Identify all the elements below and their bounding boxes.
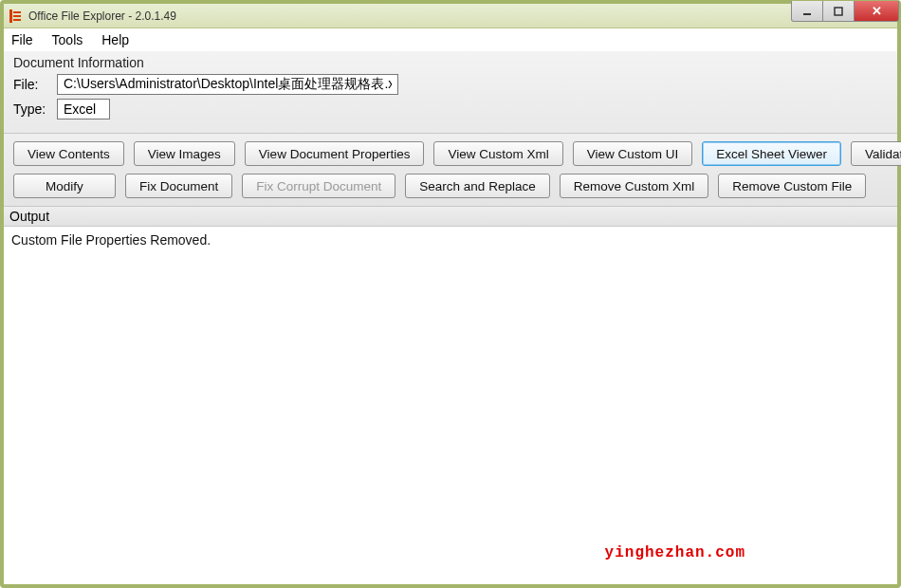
menu-file[interactable]: File xyxy=(11,32,33,47)
minimize-button[interactable] xyxy=(791,1,823,22)
menu-tools[interactable]: Tools xyxy=(52,32,83,47)
maximize-icon xyxy=(834,7,843,16)
toolbar: View Contents View Images View Document … xyxy=(4,134,897,207)
output-text: Custom File Properties Removed. xyxy=(11,232,211,248)
type-input[interactable] xyxy=(57,99,110,119)
window-controls: ✕ xyxy=(792,1,899,22)
minimize-icon xyxy=(802,7,812,16)
window-title: Office File Explorer - 2.0.1.49 xyxy=(28,9,176,23)
view-custom-xml-button[interactable]: View Custom Xml xyxy=(433,141,562,166)
output-label: Output xyxy=(4,207,897,227)
view-images-button[interactable]: View Images xyxy=(134,141,235,166)
menu-help[interactable]: Help xyxy=(101,32,129,47)
svg-rect-3 xyxy=(13,19,21,21)
menubar: File Tools Help xyxy=(4,28,897,51)
svg-rect-1 xyxy=(13,11,21,13)
view-document-properties-button[interactable]: View Document Properties xyxy=(245,141,425,166)
document-info-panel: Document Information File: Type: xyxy=(4,51,897,134)
fix-corrupt-document-button: Fix Corrupt Document xyxy=(242,174,395,198)
remove-custom-xml-button[interactable]: Remove Custom Xml xyxy=(560,174,709,198)
remove-custom-file-button[interactable]: Remove Custom File xyxy=(718,174,866,198)
app-window: Office File Explorer - 2.0.1.49 ✕ File T… xyxy=(0,0,901,588)
output-area: Custom File Properties Removed. xyxy=(4,227,897,584)
close-button[interactable]: ✕ xyxy=(854,1,899,22)
view-custom-ui-button[interactable]: View Custom UI xyxy=(573,141,693,166)
type-row: Type: xyxy=(13,99,888,119)
search-and-replace-button[interactable]: Search and Replace xyxy=(405,174,549,198)
svg-rect-0 xyxy=(9,9,12,23)
file-path-input[interactable] xyxy=(57,74,398,95)
watermark-text: yinghezhan.com xyxy=(605,544,745,561)
svg-rect-4 xyxy=(803,13,811,15)
svg-rect-2 xyxy=(13,15,21,17)
close-icon: ✕ xyxy=(872,4,882,18)
file-label: File: xyxy=(13,77,49,92)
type-label: Type: xyxy=(13,101,49,117)
excel-sheet-viewer-button[interactable]: Excel Sheet Viewer xyxy=(702,141,841,166)
app-icon xyxy=(8,9,23,24)
file-row: File: xyxy=(13,74,888,95)
view-contents-button[interactable]: View Contents xyxy=(13,141,124,166)
modify-button[interactable]: Modify xyxy=(13,174,116,198)
toolbar-row-1: View Contents View Images View Document … xyxy=(13,141,888,166)
validate-document-button[interactable]: Validate Documen xyxy=(851,141,901,166)
titlebar: Office File Explorer - 2.0.1.49 ✕ xyxy=(4,4,897,28)
fix-document-button[interactable]: Fix Document xyxy=(125,174,232,198)
document-info-heading: Document Information xyxy=(13,55,888,70)
toolbar-row-2: Modify Fix Document Fix Corrupt Document… xyxy=(13,174,888,198)
maximize-button[interactable] xyxy=(822,1,855,22)
svg-rect-5 xyxy=(835,8,842,15)
